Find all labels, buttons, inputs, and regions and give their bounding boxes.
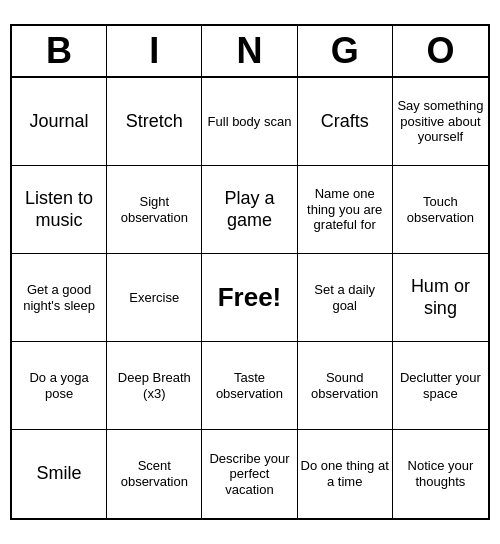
bingo-cell-24[interactable]: Notice your thoughts bbox=[393, 430, 488, 518]
bingo-cell-19[interactable]: Declutter your space bbox=[393, 342, 488, 430]
bingo-cell-3[interactable]: Crafts bbox=[298, 78, 393, 166]
header-letter-n: N bbox=[202, 26, 297, 76]
bingo-cell-10[interactable]: Get a good night's sleep bbox=[12, 254, 107, 342]
header-letter-g: G bbox=[298, 26, 393, 76]
bingo-cell-16[interactable]: Deep Breath (x3) bbox=[107, 342, 202, 430]
header-letter-b: B bbox=[12, 26, 107, 76]
bingo-cell-18[interactable]: Sound observation bbox=[298, 342, 393, 430]
bingo-cell-21[interactable]: Scent observation bbox=[107, 430, 202, 518]
header-letter-o: O bbox=[393, 26, 488, 76]
bingo-cell-17[interactable]: Taste observation bbox=[202, 342, 297, 430]
header-letter-i: I bbox=[107, 26, 202, 76]
bingo-cell-0[interactable]: Journal bbox=[12, 78, 107, 166]
bingo-cell-23[interactable]: Do one thing at a time bbox=[298, 430, 393, 518]
bingo-cell-5[interactable]: Listen to music bbox=[12, 166, 107, 254]
bingo-cell-4[interactable]: Say something positive about yourself bbox=[393, 78, 488, 166]
bingo-header: BINGO bbox=[12, 26, 488, 78]
bingo-cell-22[interactable]: Describe your perfect vacation bbox=[202, 430, 297, 518]
bingo-card: BINGO JournalStretchFull body scanCrafts… bbox=[10, 24, 490, 520]
bingo-cell-8[interactable]: Name one thing you are grateful for bbox=[298, 166, 393, 254]
bingo-cell-2[interactable]: Full body scan bbox=[202, 78, 297, 166]
bingo-cell-6[interactable]: Sight observation bbox=[107, 166, 202, 254]
bingo-cell-1[interactable]: Stretch bbox=[107, 78, 202, 166]
bingo-cell-12[interactable]: Free! bbox=[202, 254, 297, 342]
bingo-cell-14[interactable]: Hum or sing bbox=[393, 254, 488, 342]
bingo-cell-15[interactable]: Do a yoga pose bbox=[12, 342, 107, 430]
bingo-cell-13[interactable]: Set a daily goal bbox=[298, 254, 393, 342]
bingo-cell-7[interactable]: Play a game bbox=[202, 166, 297, 254]
bingo-cell-11[interactable]: Exercise bbox=[107, 254, 202, 342]
bingo-cell-9[interactable]: Touch observation bbox=[393, 166, 488, 254]
bingo-cell-20[interactable]: Smile bbox=[12, 430, 107, 518]
bingo-grid: JournalStretchFull body scanCraftsSay so… bbox=[12, 78, 488, 518]
